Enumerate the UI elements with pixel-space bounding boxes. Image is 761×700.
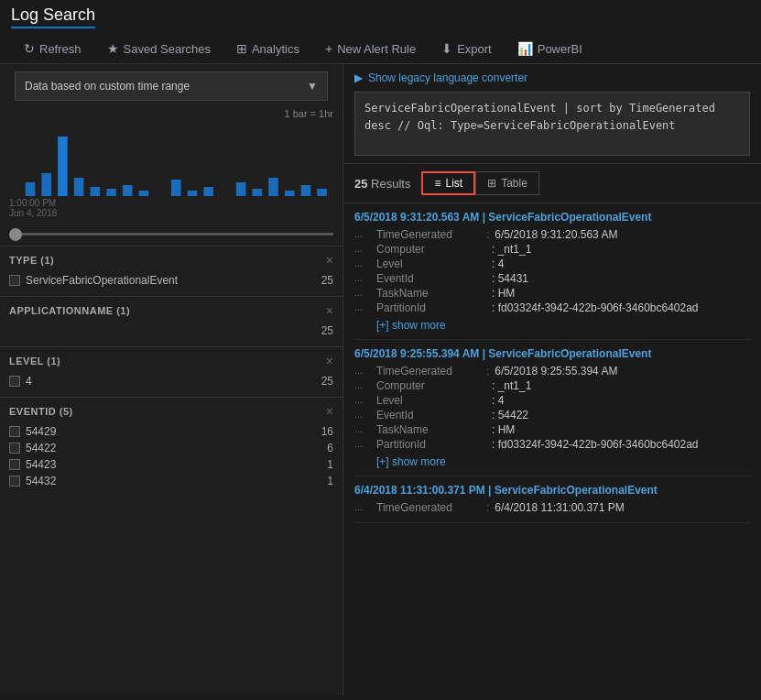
export-icon: ⬇: [441, 41, 452, 56]
field-expand-button[interactable]: ...: [354, 287, 373, 298]
field-name: Computer: [376, 243, 486, 256]
result-field-row: ...EventId: 54422: [354, 408, 750, 422]
facet-close-button[interactable]: ×: [326, 304, 333, 317]
result-field-row: ...Computer: _nt1_1: [354, 242, 750, 257]
table-icon: ⊞: [487, 177, 496, 190]
tab-table[interactable]: ⊞ Table: [475, 171, 539, 195]
facet-header: EVENTID (5)×: [9, 405, 333, 418]
facet-checkbox[interactable]: [9, 275, 20, 286]
field-value: : HM: [492, 423, 515, 436]
page-title: Log Search: [11, 5, 95, 28]
field-separator: :: [486, 501, 489, 514]
result-title[interactable]: 6/5/2018 9:31:20.563 AM | ServiceFabricO…: [354, 211, 750, 224]
svg-rect-11: [236, 182, 246, 196]
field-expand-button[interactable]: ...: [354, 501, 373, 512]
time-range-label: Data based on custom time range: [25, 80, 190, 93]
result-field-row: ...EventId: 54431: [354, 271, 750, 286]
analytics-button[interactable]: ⊞ Analytics: [223, 34, 312, 63]
facet-section: EVENTID (5)×5442916544226544231544321: [0, 397, 342, 497]
svg-rect-9: [188, 191, 198, 196]
time-range-slider[interactable]: [9, 233, 333, 235]
show-more-link[interactable]: [+] show more: [354, 455, 750, 468]
show-more-link[interactable]: [+] show more: [354, 319, 750, 332]
refresh-button[interactable]: ↻ Refresh: [11, 34, 94, 63]
tab-list[interactable]: ≡ List: [421, 171, 475, 195]
star-icon: ★: [107, 41, 119, 56]
time-range-selector[interactable]: Data based on custom time range ▼: [15, 71, 328, 101]
new-alert-button[interactable]: + New Alert Rule: [312, 34, 429, 63]
facet-header: TYPE (1)×: [9, 254, 333, 267]
facet-title: TYPE (1): [9, 255, 54, 266]
field-expand-button[interactable]: ...: [354, 365, 373, 376]
result-field-row: ...Computer: _nt1_1: [354, 378, 750, 393]
range-slider-container: [0, 222, 342, 242]
facet-header: LEVEL (1)×: [9, 355, 333, 367]
powerbi-button[interactable]: 📊 PowerBI: [505, 34, 595, 63]
facet-close-button[interactable]: ×: [326, 254, 333, 267]
field-value: : 4: [492, 257, 504, 270]
facet-section: APPLICATIONNAME (1)×25: [0, 296, 342, 346]
header: Log Search ↻ Refresh ★ Saved Searches ⊞ …: [0, 0, 761, 64]
chart-area: 1 bar = 1hr: [0, 104, 342, 222]
facet-checkbox[interactable]: [9, 476, 20, 487]
field-name: TaskName: [376, 287, 486, 300]
field-value: 6/4/2018 11:31:00.371 PM: [495, 501, 624, 514]
svg-rect-4: [91, 187, 101, 196]
result-item: 6/4/2018 11:31:00.371 PM | ServiceFabric…: [354, 476, 750, 523]
svg-rect-7: [139, 191, 149, 196]
result-field-row: ...TimeGenerated: 6/4/2018 11:31:00.371 …: [354, 500, 750, 515]
field-separator: :: [486, 228, 489, 241]
field-expand-button[interactable]: ...: [354, 379, 373, 390]
facet-header: APPLICATIONNAME (1)×: [9, 304, 333, 317]
svg-rect-16: [317, 189, 327, 196]
facet-title: LEVEL (1): [9, 355, 60, 366]
result-title[interactable]: 6/5/2018 9:25:55.394 AM | ServiceFabricO…: [354, 347, 750, 360]
results-list: 6/5/2018 9:31:20.563 AM | ServiceFabricO…: [343, 203, 761, 695]
facet-item-count: 25: [321, 324, 333, 337]
field-name: Computer: [376, 379, 486, 392]
facet-close-button[interactable]: ×: [326, 355, 333, 367]
field-value: : _nt1_1: [492, 379, 531, 392]
facet-item-count: 25: [321, 375, 333, 388]
facet-checkbox[interactable]: [9, 443, 20, 454]
legacy-toggle[interactable]: ▶ Show legacy language converter: [354, 71, 750, 84]
field-value: : fd03324f-3942-422b-906f-3460bc6402ad: [492, 438, 699, 451]
facet-checkbox[interactable]: [9, 376, 20, 387]
svg-rect-15: [301, 185, 311, 196]
svg-rect-8: [171, 180, 181, 196]
field-expand-button[interactable]: ...: [354, 228, 373, 239]
analytics-icon: ⊞: [236, 41, 247, 56]
facet-checkbox[interactable]: [9, 459, 20, 470]
field-expand-button[interactable]: ...: [354, 272, 373, 283]
facet-checkbox[interactable]: [9, 426, 20, 437]
refresh-icon: ↻: [24, 41, 35, 56]
result-field-row: ...Level: 4: [354, 257, 750, 271]
field-name: TimeGenerated: [376, 501, 486, 514]
field-expand-button[interactable]: ...: [354, 409, 373, 420]
field-expand-button[interactable]: ...: [354, 257, 373, 268]
facet-item-count: 1: [327, 458, 333, 471]
field-expand-button[interactable]: ...: [354, 438, 373, 449]
result-title[interactable]: 6/4/2018 11:31:00.371 PM | ServiceFabric…: [354, 484, 750, 497]
facet-section: LEVEL (1)×425: [0, 346, 342, 397]
field-value: : HM: [492, 287, 515, 300]
export-button[interactable]: ⬇ Export: [429, 34, 505, 63]
svg-rect-6: [123, 185, 133, 196]
facet-item-count: 6: [327, 442, 333, 454]
facet-close-button[interactable]: ×: [326, 405, 333, 418]
field-expand-button[interactable]: ...: [354, 301, 373, 312]
field-value: : 4: [492, 394, 504, 407]
saved-searches-button[interactable]: ★ Saved Searches: [94, 34, 223, 63]
bar-chart: [9, 123, 333, 196]
field-expand-button[interactable]: ...: [354, 423, 373, 434]
field-expand-button[interactable]: ...: [354, 243, 373, 254]
main-layout: Data based on custom time range ▼ 1 bar …: [0, 64, 761, 695]
facet-title: APPLICATIONNAME (1): [9, 305, 130, 316]
result-item: 6/5/2018 9:31:20.563 AM | ServiceFabricO…: [354, 203, 750, 340]
query-box[interactable]: ServiceFabricOperationalEvent | sort by …: [354, 92, 750, 156]
field-name: PartitionId: [376, 301, 486, 314]
chart-container: [9, 123, 333, 196]
svg-rect-0: [26, 182, 36, 196]
right-panel: ▶ Show legacy language converter Service…: [343, 64, 761, 695]
field-expand-button[interactable]: ...: [354, 394, 373, 405]
